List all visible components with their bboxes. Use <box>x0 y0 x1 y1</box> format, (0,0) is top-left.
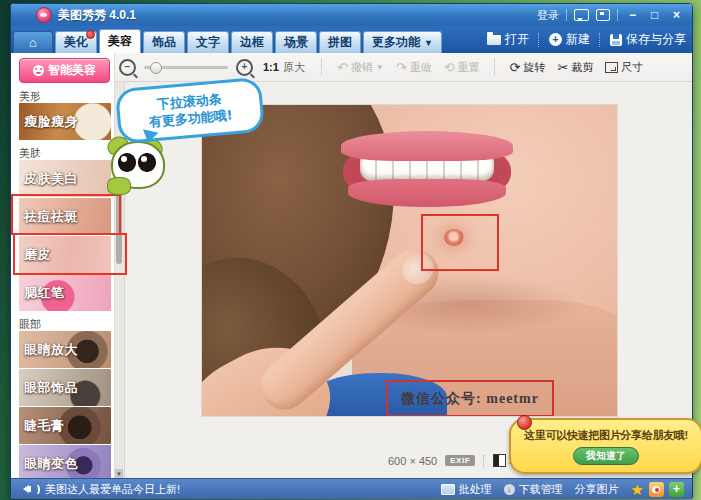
tab-more-functions[interactable]: 更多功能▼ <box>363 31 442 53</box>
reset-button[interactable]: ⟲ 重置 <box>440 60 484 75</box>
batch-process-button[interactable]: 批处理 <box>441 482 492 497</box>
section-label-shape: 美形 <box>19 89 114 101</box>
titlebar-separator <box>617 9 618 21</box>
edited-photo: 微信公众号: meetmr <box>202 105 617 416</box>
section-label-eyes: 眼部 <box>19 317 114 329</box>
title-bar: 美图秀秀 4.0.1 登录 − □ × <box>11 4 692 26</box>
status-bar: 美图达人最爱单品今日上新! 批处理 ↓下载管理 分享图片 ★ + <box>11 478 692 499</box>
sidebar-item-slim-face[interactable]: 瘦脸瘦身 <box>19 103 111 140</box>
crop-icon: ✂ <box>557 61 568 74</box>
redo-icon: ↷ <box>396 61 407 74</box>
undo-icon: ↶ <box>337 61 348 74</box>
tab-band: ⌂ 美化 美容 饰品 文字 边框 场景 拼图 更多功能▼ 打开 +新建 保存与分… <box>11 26 692 53</box>
save-icon <box>610 34 622 46</box>
maximize-button[interactable]: □ <box>647 8 662 22</box>
titlebar-separator <box>566 9 567 21</box>
login-link[interactable]: 登录 <box>537 8 559 23</box>
tab-frame[interactable]: 边框 <box>231 31 273 53</box>
rotate-button[interactable]: ⟳ 旋转 <box>506 60 550 75</box>
tab-collage[interactable]: 拼图 <box>319 31 361 53</box>
save-share-button[interactable]: 保存与分享 <box>610 31 686 48</box>
resize-icon <box>605 62 618 73</box>
smart-beauty-button[interactable]: 智能美容 <box>19 58 110 83</box>
crop-button[interactable]: ✂ 裁剪 <box>553 60 597 75</box>
quick-separator <box>599 33 601 47</box>
sidebar-item-skin-whiten[interactable]: 皮肤美白 <box>19 160 111 197</box>
speaker-icon <box>19 484 40 495</box>
zoom-out-icon[interactable]: − <box>119 59 136 76</box>
redo-button[interactable]: ↷ 重做 <box>392 60 436 75</box>
face-icon <box>33 65 44 76</box>
qzone-share-icon[interactable]: ★ <box>631 482 644 497</box>
exif-badge[interactable]: EXIF <box>445 455 475 466</box>
annotation-rect-smooth <box>13 233 127 275</box>
sidebar-item-eye-accessories[interactable]: 眼部饰品 <box>19 369 111 406</box>
feedback-icon[interactable] <box>574 9 589 21</box>
download-manager-button[interactable]: ↓下载管理 <box>504 482 563 497</box>
scrollbar-down-arrow[interactable]: ▾ <box>115 469 123 478</box>
plus-circle-icon: + <box>549 33 562 46</box>
section-label-skin: 美肤 <box>19 146 114 158</box>
share-pictures-button[interactable]: 分享图片 <box>575 482 619 497</box>
sidebar-item-eye-color[interactable]: 眼睛变色 <box>19 445 111 478</box>
compare-icon <box>493 454 506 467</box>
tab-accessories[interactable]: 饰品 <box>143 31 185 53</box>
tab-beautify[interactable]: 美化 <box>55 31 97 53</box>
annotation-rect-pimple <box>421 214 499 271</box>
share-tip-bubble: 这里可以快速把图片分享给朋友哦! 我知道了 <box>509 418 701 474</box>
edit-toolbar: − + 1:1 原大 ↶ 撤销 ▼ ↷ 重做 ⟲ 重置 <box>115 53 692 82</box>
share-tip-text: 这里可以快速把图片分享给朋友哦! <box>517 428 695 443</box>
annotation-rect-acne <box>11 194 121 235</box>
window-title: 美图秀秀 4.0.1 <box>58 7 136 24</box>
announcement-text[interactable]: 美图达人最爱单品今日上新! <box>45 482 180 497</box>
toolbar-separator <box>321 59 323 75</box>
mascot <box>107 137 165 193</box>
share-tip-ok-button[interactable]: 我知道了 <box>573 447 639 465</box>
app-window: 美图秀秀 4.0.1 登录 − □ × ⌂ 美化 美容 饰品 文字 边框 场景 … <box>10 3 693 499</box>
zoom-slider-knob[interactable] <box>150 62 162 74</box>
notification-dot <box>86 30 95 39</box>
toolbar-separator <box>494 59 496 75</box>
image-size-label: 600 × 450 <box>388 455 437 467</box>
zoom-ratio-text[interactable]: 原大 <box>283 60 305 75</box>
add-share-icon[interactable]: + <box>669 482 684 497</box>
pin-icon <box>517 415 532 430</box>
reset-icon: ⟲ <box>444 61 455 74</box>
weibo-share-icon[interactable] <box>649 482 664 497</box>
batch-icon <box>441 484 455 495</box>
zoom-ratio-label[interactable]: 1:1 <box>263 61 279 73</box>
zoom-in-icon[interactable]: + <box>236 59 253 76</box>
open-button[interactable]: 打开 <box>487 31 529 48</box>
theme-icon[interactable] <box>596 9 610 21</box>
undo-button[interactable]: ↶ 撤销 ▼ <box>333 60 388 75</box>
resize-button[interactable]: 尺寸 <box>601 60 647 75</box>
quick-separator <box>538 33 540 47</box>
chevron-down-icon: ▼ <box>424 38 433 48</box>
download-icon: ↓ <box>504 484 515 495</box>
close-button[interactable]: × <box>669 8 684 22</box>
minimize-button[interactable]: − <box>625 8 640 22</box>
folder-icon <box>487 35 501 45</box>
app-logo-icon <box>36 7 52 23</box>
sidebar-item-eye-enlarge[interactable]: 眼睛放大 <box>19 331 111 368</box>
tab-text[interactable]: 文字 <box>187 31 229 53</box>
chevron-down-icon: ▼ <box>376 63 384 72</box>
watermark-box: 微信公众号: meetmr <box>386 380 554 416</box>
tab-home[interactable]: ⌂ <box>13 31 53 53</box>
sidebar-item-mascara[interactable]: 睫毛膏 <box>19 407 111 444</box>
tab-beauty[interactable]: 美容 <box>99 29 141 53</box>
zoom-slider[interactable] <box>144 66 228 69</box>
new-button[interactable]: +新建 <box>549 31 590 48</box>
rotate-icon: ⟳ <box>510 61 521 74</box>
tab-scene[interactable]: 场景 <box>275 31 317 53</box>
sidebar-item-blush-pen[interactable]: 腮红笔 <box>19 274 111 311</box>
